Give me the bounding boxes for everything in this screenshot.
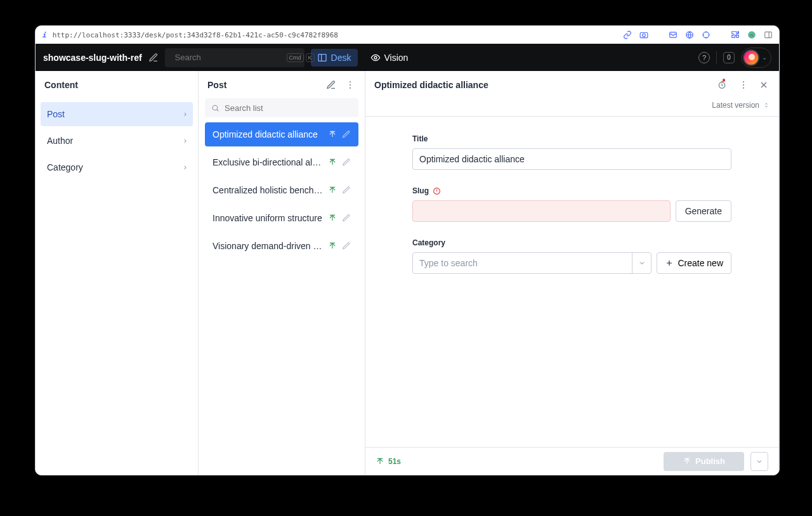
svg-point-4 xyxy=(703,32,709,37)
category-reference-input[interactable]: Type to search xyxy=(412,252,652,274)
link-icon[interactable] xyxy=(623,30,632,39)
sidebar-toggle-icon[interactable] xyxy=(764,30,773,39)
content-panel: Content Post › Author › Category › xyxy=(36,71,199,475)
edit-icon xyxy=(342,242,351,250)
svg-point-13 xyxy=(213,105,218,110)
version-selector[interactable]: Latest version xyxy=(712,101,759,110)
title-label: Title xyxy=(412,134,731,143)
validation-error-icon xyxy=(433,187,441,195)
vision-icon xyxy=(370,53,381,63)
svg-point-10 xyxy=(350,81,351,82)
camera-icon[interactable] xyxy=(639,30,648,39)
svg-point-11 xyxy=(350,84,351,86)
app-window: i http://localhost:3333/desk/post;343d32… xyxy=(35,25,780,475)
post-item[interactable]: Visionary demand-driven prot… xyxy=(205,234,358,258)
ctype-category[interactable]: Category › xyxy=(41,155,193,179)
status-timer-icon[interactable] xyxy=(717,79,729,91)
post-item[interactable]: Exclusive bi-directional algorit… xyxy=(205,150,358,174)
list-search-input[interactable] xyxy=(225,103,352,113)
ctype-post[interactable]: Post › xyxy=(41,102,193,126)
editor-panel: Optimized didactic alliance Latest versi… xyxy=(365,71,779,475)
published-status-icon xyxy=(376,457,384,466)
svg-point-16 xyxy=(743,84,744,86)
help-button[interactable]: ? xyxy=(698,52,710,63)
svg-point-12 xyxy=(350,87,351,88)
edit-icon xyxy=(342,214,351,223)
category-label: Category xyxy=(412,238,731,247)
chevron-down-icon: ⌄ xyxy=(762,54,767,61)
nav-desk[interactable]: Desk xyxy=(311,49,358,67)
kbd-cmd: Cmd xyxy=(287,53,304,62)
title-input[interactable] xyxy=(412,148,731,170)
post-item[interactable]: Centralized holistic benchmark xyxy=(205,178,358,202)
status-time: 51s xyxy=(388,457,401,466)
chevron-right-icon: › xyxy=(184,136,187,145)
inbox-icon[interactable] xyxy=(669,30,678,39)
compose-icon[interactable] xyxy=(325,79,337,91)
plus-icon xyxy=(665,259,674,268)
post-item[interactable]: Innovative uniform structure xyxy=(205,206,358,230)
search-icon xyxy=(211,104,219,112)
app-top-bar: showcase-slug-with-ref Cmd K Desk Vision… xyxy=(36,44,779,71)
create-new-button[interactable]: Create new xyxy=(657,252,731,274)
svg-point-1 xyxy=(643,34,646,37)
presence-count[interactable]: 0 xyxy=(723,52,735,63)
publish-button[interactable]: Publish xyxy=(664,452,744,471)
more-icon[interactable] xyxy=(344,79,356,91)
publish-icon xyxy=(683,457,691,466)
chevron-right-icon: › xyxy=(184,110,187,119)
svg-point-9 xyxy=(374,56,377,59)
published-icon xyxy=(328,214,337,223)
svg-rect-6 xyxy=(765,32,772,37)
list-search[interactable] xyxy=(205,98,358,117)
published-icon xyxy=(328,158,337,167)
globe-icon[interactable] xyxy=(685,30,694,39)
chevron-down-icon[interactable] xyxy=(632,253,651,273)
sort-icon xyxy=(763,101,769,109)
desk-icon xyxy=(317,53,327,63)
chevron-right-icon: › xyxy=(184,163,187,172)
edit-icon xyxy=(342,158,351,167)
nav-vision[interactable]: Vision xyxy=(364,49,415,67)
content-panel-title: Content xyxy=(44,80,189,90)
document-title: Optimized didactic alliance xyxy=(374,80,709,90)
crosshair-icon[interactable] xyxy=(702,30,710,39)
ctype-author[interactable]: Author › xyxy=(41,129,193,153)
logo-icon[interactable] xyxy=(747,30,756,39)
url-display: http://localhost:3333/desk/post;343d32f8… xyxy=(53,31,623,39)
close-icon[interactable] xyxy=(758,79,769,91)
published-icon xyxy=(328,130,337,139)
puzzle-icon[interactable] xyxy=(731,30,740,39)
user-menu[interactable]: ⌄ xyxy=(741,48,771,68)
published-icon xyxy=(328,242,337,250)
global-search[interactable]: Cmd K xyxy=(165,48,304,67)
browser-chrome: i http://localhost:3333/desk/post;343d32… xyxy=(36,26,779,44)
edit-project-icon[interactable] xyxy=(148,53,159,63)
svg-point-15 xyxy=(743,81,744,82)
posts-panel-title: Post xyxy=(207,80,318,90)
generate-button[interactable]: Generate xyxy=(676,200,731,222)
browser-extension-icons xyxy=(623,30,773,39)
published-icon xyxy=(328,186,337,195)
posts-panel: Post Optimized didactic alliance xyxy=(199,71,365,475)
chevron-down-icon xyxy=(756,458,763,465)
publish-menu-button[interactable] xyxy=(750,452,768,471)
post-item[interactable]: Optimized didactic alliance xyxy=(205,122,358,146)
slug-input[interactable] xyxy=(412,200,671,222)
more-icon[interactable] xyxy=(738,79,749,91)
info-icon: i xyxy=(42,31,46,39)
svg-point-17 xyxy=(743,87,744,88)
global-search-input[interactable] xyxy=(175,53,282,62)
svg-rect-8 xyxy=(318,54,326,61)
kbd-k: K xyxy=(306,53,315,62)
avatar xyxy=(743,49,759,66)
project-name: showcase-slug-with-ref xyxy=(43,53,142,63)
edit-icon xyxy=(342,186,351,195)
edit-icon xyxy=(342,130,351,139)
slug-label: Slug xyxy=(412,186,429,195)
